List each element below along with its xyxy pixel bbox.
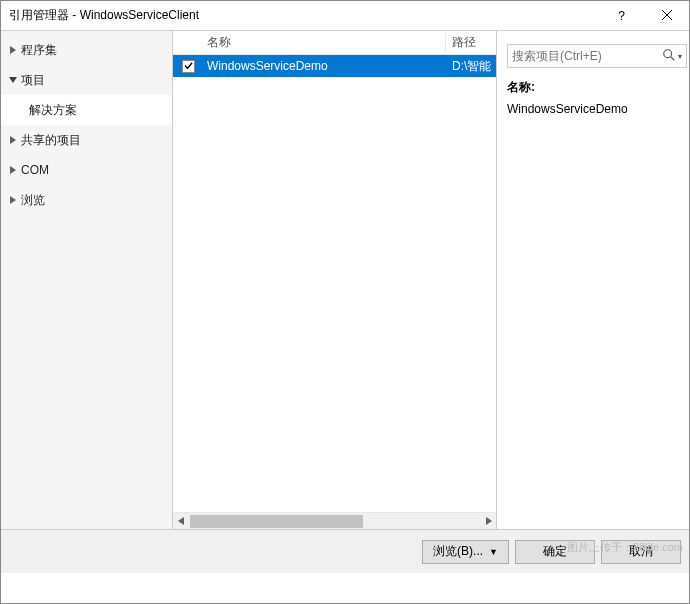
svg-marker-3 xyxy=(9,77,17,83)
sidebar-item-solution[interactable]: 解决方案 xyxy=(1,95,172,125)
search-input[interactable] xyxy=(512,49,662,63)
col-header-name[interactable]: 名称 xyxy=(203,34,446,51)
svg-marker-4 xyxy=(10,136,16,144)
col-header-path[interactable]: 路径 xyxy=(446,34,496,51)
chevron-right-icon xyxy=(9,45,21,56)
svg-marker-6 xyxy=(10,196,16,204)
scroll-left-button[interactable] xyxy=(173,513,190,530)
help-icon: ? xyxy=(618,9,625,23)
sidebar: 程序集 项目 解决方案 共享的项目 COM 浏览 xyxy=(1,31,173,529)
chevron-right-icon xyxy=(9,165,21,176)
main-panel: 名称 路径 WindowsServiceDemo D:\智能 xyxy=(173,31,497,529)
cancel-button[interactable]: 取消 xyxy=(601,540,681,564)
sidebar-item-label: 项目 xyxy=(21,72,45,89)
svg-marker-2 xyxy=(10,46,16,54)
sidebar-item-label: 浏览 xyxy=(21,192,45,209)
scroll-right-button[interactable] xyxy=(479,513,496,530)
list-row[interactable]: WindowsServiceDemo D:\智能 xyxy=(173,55,496,77)
cancel-button-label: 取消 xyxy=(629,543,653,560)
ok-button[interactable]: 确定 xyxy=(515,540,595,564)
list-empty-area xyxy=(173,77,496,512)
details-label: 名称: xyxy=(507,79,679,96)
sidebar-item-label: 共享的项目 xyxy=(21,132,81,149)
window-title: 引用管理器 - WindowsServiceClient xyxy=(9,7,599,24)
titlebar: 引用管理器 - WindowsServiceClient ? xyxy=(1,1,689,31)
dropdown-icon: ▼ xyxy=(489,547,498,557)
scroll-track[interactable] xyxy=(190,513,479,530)
sidebar-item-assemblies[interactable]: 程序集 xyxy=(1,35,172,65)
details-value: WindowsServiceDemo xyxy=(507,102,679,116)
close-button[interactable] xyxy=(644,1,689,31)
svg-point-9 xyxy=(664,49,672,57)
browse-button[interactable]: 浏览(B)... ▼ xyxy=(422,540,509,564)
ok-button-label: 确定 xyxy=(543,543,567,560)
search-icon[interactable] xyxy=(662,48,676,65)
svg-marker-5 xyxy=(10,166,16,174)
footer: 浏览(B)... ▼ 确定 取消 xyxy=(1,529,689,573)
list-main: 名称 路径 WindowsServiceDemo D:\智能 xyxy=(173,31,496,529)
list-header: 名称 路径 xyxy=(173,31,496,55)
horizontal-scrollbar[interactable] xyxy=(173,512,496,529)
check-icon xyxy=(184,59,193,73)
help-button[interactable]: ? xyxy=(599,1,644,31)
chevron-right-icon xyxy=(9,195,21,206)
row-path: D:\智能 xyxy=(446,58,496,75)
svg-marker-7 xyxy=(178,517,184,525)
scroll-thumb[interactable] xyxy=(190,515,363,528)
sidebar-item-projects[interactable]: 项目 xyxy=(1,65,172,95)
chevron-down-icon xyxy=(9,75,21,86)
list-area: 名称 路径 WindowsServiceDemo D:\智能 xyxy=(173,31,496,529)
details-panel: ▾ 名称: WindowsServiceDemo xyxy=(497,31,689,529)
sidebar-item-label: 程序集 xyxy=(21,42,57,59)
dropdown-icon[interactable]: ▾ xyxy=(678,52,682,61)
search-box[interactable]: ▾ xyxy=(507,44,687,68)
sidebar-item-com[interactable]: COM xyxy=(1,155,172,185)
sidebar-item-label: COM xyxy=(21,163,49,177)
sidebar-item-label: 解决方案 xyxy=(29,102,77,119)
sidebar-item-shared[interactable]: 共享的项目 xyxy=(1,125,172,155)
row-name: WindowsServiceDemo xyxy=(203,59,446,73)
svg-line-10 xyxy=(671,56,675,60)
browse-button-label: 浏览(B)... xyxy=(433,543,483,560)
svg-marker-8 xyxy=(486,517,492,525)
sidebar-item-browse[interactable]: 浏览 xyxy=(1,185,172,215)
close-icon xyxy=(662,9,672,23)
chevron-right-icon xyxy=(9,135,21,146)
row-check-cell xyxy=(173,60,203,73)
content-area: 程序集 项目 解决方案 共享的项目 COM 浏览 名称 xyxy=(1,31,689,529)
row-checkbox[interactable] xyxy=(182,60,195,73)
